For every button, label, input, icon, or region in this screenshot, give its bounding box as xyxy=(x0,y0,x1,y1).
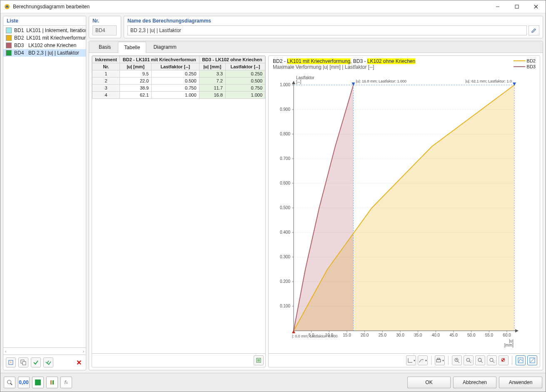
zoom-in-button[interactable]: + xyxy=(452,355,462,365)
cell[interactable]: 0.250 xyxy=(225,70,265,77)
cell[interactable]: 0.250 xyxy=(152,70,199,77)
svg-text:0.300: 0.300 xyxy=(280,255,290,259)
units-button[interactable]: 0,00 xyxy=(18,377,30,388)
svg-text:0.700: 0.700 xyxy=(280,156,290,161)
sidebar-item[interactable]: BD1 LK101 | Inkrement, Iteration | xyxy=(3,27,86,34)
sidebar-item-id: BD3 xyxy=(14,42,26,48)
chart-legend: BD2 BD3 xyxy=(514,58,536,70)
check-button[interactable] xyxy=(31,357,41,367)
check-all-button[interactable] xyxy=(43,357,53,367)
legend-label: BD2 xyxy=(527,58,536,63)
table-scroll[interactable]: Inkrement BD2 - LK101 mit Kriechverformu… xyxy=(92,56,265,353)
new-item-button[interactable]: + xyxy=(6,357,16,367)
view-mode-2-button[interactable] xyxy=(527,355,537,365)
cell[interactable]: 0.500 xyxy=(152,77,199,85)
sidebar-list[interactable]: BD1 LK101 | Inkrement, Iteration | BD2 L… xyxy=(3,26,86,347)
axes-button[interactable]: ▾ xyxy=(406,355,416,365)
edit-name-button[interactable] xyxy=(529,25,539,35)
cell-nr[interactable]: 4 xyxy=(92,92,120,99)
tab-tabelle[interactable]: Tabelle xyxy=(118,42,146,53)
chart-title-part: LK102 ohne Kriechen xyxy=(367,58,415,64)
swatch-icon xyxy=(6,50,12,56)
cell[interactable]: 0.750 xyxy=(152,85,199,92)
table-row[interactable]: 2 22.0 0.500 7.2 0.500 xyxy=(92,77,265,85)
cell[interactable]: 9.5 xyxy=(120,70,152,77)
apply-button[interactable]: Anwenden xyxy=(499,377,542,388)
zoom-out-button[interactable]: - xyxy=(464,355,474,365)
tools-button[interactable] xyxy=(46,377,58,388)
cell-nr[interactable]: 1 xyxy=(92,70,120,77)
cell[interactable]: 7.2 xyxy=(199,77,225,85)
delete-button[interactable]: ✕ xyxy=(74,358,83,367)
app-icon xyxy=(4,3,10,10)
svg-text:|u|: 16.8 mm; Lastfaktor: 1.00: |u|: 16.8 mm; Lastfaktor: 1.000 xyxy=(356,79,406,83)
nr-label: Nr. xyxy=(92,18,117,24)
col-bd2-u[interactable]: |u| [mm] xyxy=(120,63,152,70)
pan-button[interactable] xyxy=(487,355,497,365)
chart-title-part: BD2 - xyxy=(273,58,287,64)
chart-svg[interactable]: 0.1000.2000.3000.4000.5000.6000.7000.800… xyxy=(273,72,523,352)
svg-text:0.400: 0.400 xyxy=(280,230,290,235)
table-row[interactable]: 4 62.1 1.000 16.8 1.000 xyxy=(92,92,265,99)
maximize-button[interactable] xyxy=(507,0,526,13)
name-input[interactable]: BD 2,3 | |u| | Lastfaktor xyxy=(127,25,527,35)
col-group-bd2[interactable]: BD2 - LK101 mit Kriechverformun xyxy=(120,56,199,63)
svg-text:60.0: 60.0 xyxy=(503,333,511,337)
tab-diagramm[interactable]: Diagramm xyxy=(147,41,182,52)
col-bd3-u[interactable]: |u| [mm] xyxy=(199,63,225,70)
table-row[interactable]: 3 38.9 0.750 11.7 0.750 xyxy=(92,85,265,92)
print-button[interactable]: ▾ xyxy=(435,355,445,365)
chart-canvas[interactable]: 0.1000.2000.3000.4000.5000.6000.7000.800… xyxy=(269,70,540,353)
col-bd3-lf[interactable]: Lastfaktor [--] xyxy=(225,63,265,70)
curve-button[interactable]: ▾ xyxy=(418,355,428,365)
svg-text:[--]: [--] xyxy=(296,80,301,84)
sidebar-item-id: BD2 xyxy=(14,35,24,41)
cell-nr[interactable]: 3 xyxy=(92,85,120,92)
help-button[interactable] xyxy=(4,377,15,388)
sidebar-scrollbar[interactable]: ‹› xyxy=(3,347,86,355)
col-increment-top[interactable]: Inkrement xyxy=(92,56,120,63)
sidebar-item[interactable]: BD4 BD 2,3 | |u| | Lastfaktor xyxy=(3,49,86,57)
cell[interactable]: 62.1 xyxy=(120,92,152,99)
name-field: Name des Berechnungsdiagramms BD 2,3 | |… xyxy=(124,16,543,38)
col-group-bd3[interactable]: BD3 - LK102 ohne Kriechen xyxy=(199,56,265,63)
cancel-button[interactable]: Abbrechen xyxy=(453,377,496,388)
cell[interactable]: 1.000 xyxy=(152,92,199,99)
legend-swatch xyxy=(514,60,525,61)
separator xyxy=(431,356,431,365)
tab-basis[interactable]: Basis xyxy=(92,41,117,52)
cell[interactable]: 22.0 xyxy=(120,77,152,85)
cell[interactable]: 3.3 xyxy=(199,70,225,77)
minimize-button[interactable] xyxy=(488,0,507,13)
data-table[interactable]: Inkrement BD2 - LK101 mit Kriechverformu… xyxy=(92,56,265,99)
svg-text:40.0: 40.0 xyxy=(432,333,440,337)
tab-bar: Basis Tabelle Diagramm xyxy=(89,41,543,53)
cell-nr[interactable]: 2 xyxy=(92,77,120,85)
view-mode-1-button[interactable] xyxy=(516,355,526,365)
col-bd2-lf[interactable]: Lastfaktor [--] xyxy=(152,63,199,70)
cell[interactable]: 1.000 xyxy=(225,92,265,99)
copy-item-button[interactable] xyxy=(18,357,28,367)
svg-text:0.900: 0.900 xyxy=(280,107,290,112)
table-row[interactable]: 1 9.5 0.250 3.3 0.250 xyxy=(92,70,265,77)
export-table-button[interactable] xyxy=(254,355,264,365)
zoom-window-button[interactable] xyxy=(475,355,485,365)
window-controls xyxy=(488,0,546,13)
cell[interactable]: 0.500 xyxy=(225,77,265,85)
color-button[interactable] xyxy=(32,377,44,388)
col-increment-bot[interactable]: Nr. xyxy=(92,63,120,70)
close-button[interactable] xyxy=(526,0,546,13)
sidebar-item[interactable]: BD3 LK102 ohne Kriechen xyxy=(3,42,86,49)
fx-button[interactable]: f± xyxy=(60,377,72,388)
separator xyxy=(512,356,512,365)
cell[interactable]: 16.8 xyxy=(199,92,225,99)
sidebar-item[interactable]: BD2 LK101 mit Kriechverformung xyxy=(3,34,86,42)
reset-zoom-button[interactable] xyxy=(499,355,509,365)
cell[interactable]: 11.7 xyxy=(199,85,225,92)
cell[interactable]: 38.9 xyxy=(120,85,152,92)
sidebar-item-id: BD4 xyxy=(14,50,26,56)
cell[interactable]: 0.750 xyxy=(225,85,265,92)
svg-text:0.600: 0.600 xyxy=(280,181,290,185)
svg-text:1.000: 1.000 xyxy=(280,82,290,87)
ok-button[interactable]: OK xyxy=(407,377,451,388)
